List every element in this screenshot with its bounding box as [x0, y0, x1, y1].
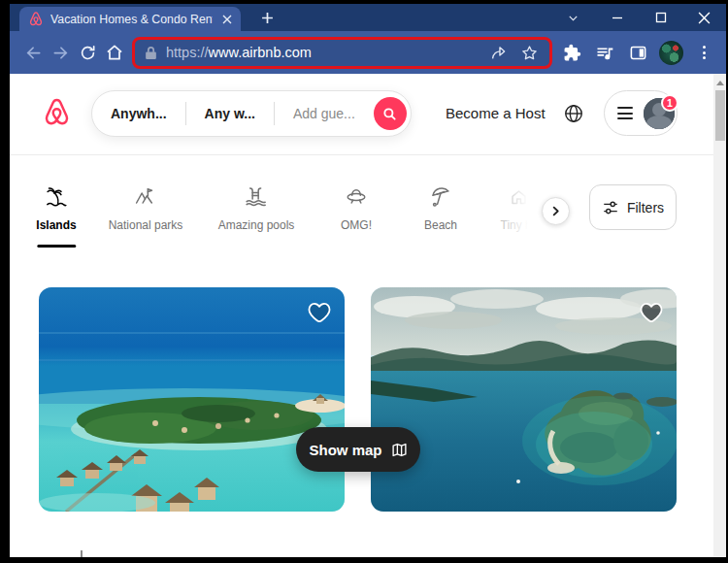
- menu-hamburger-icon: [617, 107, 633, 119]
- category-national-parks[interactable]: National parks: [109, 184, 183, 232]
- filters-sliders-icon: [602, 199, 619, 216]
- new-tab-button[interactable]: [254, 8, 280, 28]
- airbnb-favicon-icon: [28, 11, 44, 27]
- category-tiny-homes[interactable]: Tiny ho: [501, 184, 539, 232]
- ufo-icon: [345, 184, 368, 212]
- home-button[interactable]: [101, 39, 128, 66]
- webpage: Anywh... Any w... Add gue... Become a Ho…: [10, 74, 726, 557]
- url-host: www.airbnb.com: [209, 45, 312, 60]
- language-globe-icon[interactable]: [563, 103, 584, 124]
- search-submit-button[interactable]: [374, 97, 407, 130]
- map-icon: [391, 442, 408, 458]
- window-maximize-button[interactable]: [639, 4, 682, 31]
- search-location-button[interactable]: Anywh...: [92, 106, 185, 121]
- active-category-underline: [37, 245, 76, 248]
- airbnb-header: Anywh... Any w... Add gue... Become a Ho…: [10, 74, 713, 155]
- search-dates-button[interactable]: Any w...: [186, 106, 274, 121]
- url-scheme: https://: [166, 45, 209, 60]
- show-map-label: Show map: [309, 442, 381, 458]
- category-label: National parks: [109, 218, 183, 232]
- pool-ladder-icon: [245, 184, 268, 212]
- listing-card[interactable]: [39, 287, 345, 512]
- browser-window: Vacation Homes & Condo Rental: [10, 4, 726, 557]
- side-panel-icon[interactable]: [624, 39, 651, 66]
- search-bar[interactable]: Anywh... Any w... Add gue...: [91, 90, 412, 137]
- wishlist-heart-icon[interactable]: [639, 300, 664, 329]
- user-avatar: 1: [644, 98, 675, 129]
- clipped-content-tick: [81, 550, 83, 557]
- become-host-link[interactable]: Become a Host: [446, 105, 546, 121]
- page-scrollbar[interactable]: [713, 74, 726, 557]
- reload-button[interactable]: [74, 39, 101, 66]
- category-amazing-pools[interactable]: Amazing pools: [218, 184, 295, 232]
- browser-profile-avatar[interactable]: [657, 39, 684, 66]
- category-bar: Islands National parks Amazing pools: [10, 175, 713, 248]
- category-label: Tiny ho: [501, 218, 539, 232]
- listing-photo-island: [39, 287, 345, 512]
- back-button[interactable]: [19, 39, 47, 66]
- category-label: Beach: [424, 218, 457, 232]
- wishlist-heart-icon[interactable]: [307, 300, 332, 329]
- media-queue-icon[interactable]: [591, 39, 618, 66]
- filters-button[interactable]: Filters: [589, 184, 677, 230]
- browser-menu-dots-icon[interactable]: [690, 39, 717, 66]
- tab-close-icon[interactable]: [219, 12, 235, 27]
- category-beach[interactable]: Beach: [424, 184, 457, 232]
- extensions-puzzle-icon[interactable]: [558, 39, 585, 66]
- mountain-flag-icon: [134, 184, 157, 212]
- tab-title: Vacation Homes & Condo Rental: [50, 13, 213, 26]
- listing-photo-aerial-bay: [371, 287, 677, 512]
- browser-tab[interactable]: Vacation Homes & Condo Rental: [19, 7, 241, 31]
- categories-next-button[interactable]: [542, 197, 570, 225]
- airbnb-logo-icon[interactable]: [42, 96, 72, 132]
- window-close-button[interactable]: [682, 4, 726, 31]
- address-bar[interactable]: https://www.airbnb.com: [132, 37, 552, 69]
- url-text[interactable]: https://www.airbnb.com: [166, 45, 479, 60]
- category-islands[interactable]: Islands: [36, 184, 76, 232]
- notification-badge: 1: [661, 94, 678, 112]
- listing-card[interactable]: [371, 287, 677, 512]
- window-minimize-button[interactable]: [595, 4, 639, 31]
- filters-label: Filters: [627, 200, 664, 215]
- browser-toolbar: https://www.airbnb.com: [10, 31, 726, 74]
- forward-button[interactable]: [47, 39, 74, 66]
- browser-titlebar: Vacation Homes & Condo Rental: [10, 4, 726, 31]
- category-label: Amazing pools: [218, 218, 295, 232]
- lock-icon[interactable]: [145, 46, 157, 60]
- palm-island-icon: [45, 184, 68, 212]
- show-map-button[interactable]: Show map: [296, 427, 420, 472]
- category-label: Islands: [36, 218, 76, 232]
- scrollbar-thumb[interactable]: [715, 90, 725, 141]
- scrollbar-up-arrow-icon[interactable]: [716, 81, 724, 85]
- user-menu-button[interactable]: 1: [604, 90, 678, 136]
- bookmark-star-icon[interactable]: [517, 41, 541, 64]
- tab-search-chevron-icon[interactable]: [551, 4, 595, 31]
- beach-umbrella-icon: [429, 184, 452, 212]
- search-guests-button[interactable]: Add gue...: [275, 106, 374, 121]
- category-label: OMG!: [341, 218, 372, 232]
- tiny-house-icon: [508, 184, 531, 212]
- share-icon[interactable]: [486, 41, 510, 64]
- category-omg[interactable]: OMG!: [341, 184, 372, 232]
